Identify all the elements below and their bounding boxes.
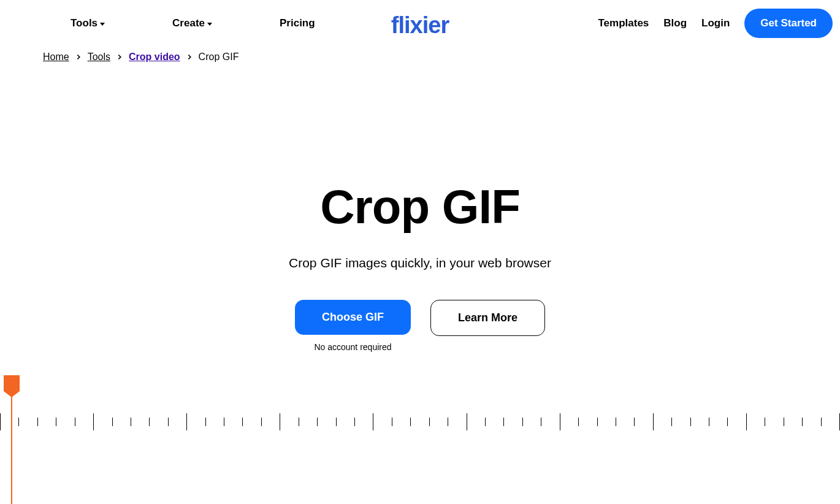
page-subtitle: Crop GIF images quickly, in your web bro… <box>0 256 840 270</box>
timeline-tick-minor <box>299 418 299 426</box>
learn-more-button[interactable]: Learn More <box>430 300 545 336</box>
timeline-tick-minor <box>597 418 598 426</box>
logo[interactable]: flixier <box>391 12 449 39</box>
timeline-tick-minor <box>149 418 150 426</box>
nav-left: Tools Create Pricing <box>71 17 315 29</box>
timeline-tick-minor <box>541 418 541 426</box>
timeline-tick-minor <box>727 418 728 426</box>
timeline-tick-minor <box>224 418 224 426</box>
timeline-tick-minor <box>410 418 411 426</box>
timeline-tick-minor <box>112 418 113 426</box>
no-account-text: No account required <box>314 342 391 352</box>
breadcrumb-crop-video[interactable]: Crop video <box>129 52 180 63</box>
timeline-tick-minor <box>429 418 430 426</box>
chevron-right-icon <box>185 53 194 61</box>
timeline-ruler[interactable] <box>0 413 840 432</box>
get-started-label: Get Started <box>760 17 817 29</box>
choose-gif-button[interactable]: Choose GIF <box>295 300 411 335</box>
nav-blog-label: Blog <box>663 17 687 29</box>
timeline-tick-minor <box>261 418 262 426</box>
timeline-tick-minor <box>18 418 19 426</box>
learn-more-label: Learn More <box>458 311 517 324</box>
get-started-button[interactable]: Get Started <box>744 9 833 38</box>
timeline-tick-minor <box>690 418 691 426</box>
timeline-tick-minor <box>336 418 337 426</box>
timeline-tick-minor <box>485 418 486 426</box>
timeline-tick-minor <box>242 418 243 426</box>
nav-blog[interactable]: Blog <box>663 17 687 29</box>
nav-templates-label: Templates <box>598 17 649 29</box>
nav-tools-label: Tools <box>71 17 97 29</box>
timeline-tick-minor <box>503 418 504 426</box>
timeline-tick-minor <box>522 418 523 426</box>
timeline-tick-minor <box>168 418 169 426</box>
playhead-marker-icon[interactable] <box>4 375 20 391</box>
nav-login-label: Login <box>701 17 730 29</box>
breadcrumb-home[interactable]: Home <box>43 52 69 63</box>
timeline-tick-minor <box>634 418 635 426</box>
timeline-tick-minor <box>765 418 765 426</box>
timeline-tick-minor <box>616 418 616 426</box>
nav-login[interactable]: Login <box>701 17 730 29</box>
chevron-right-icon <box>115 53 124 61</box>
caret-down-icon <box>100 23 105 26</box>
nav-pricing-label: Pricing <box>280 17 315 29</box>
timeline-tick-minor <box>75 418 75 426</box>
timeline-tick-minor <box>37 418 38 426</box>
timeline-tick-minor <box>784 418 784 426</box>
breadcrumb: Home Tools Crop video Crop GIF <box>0 47 840 63</box>
nav-tools[interactable]: Tools <box>71 17 105 29</box>
breadcrumb-current: Crop GIF <box>199 52 239 63</box>
timeline-tick-minor <box>802 418 803 426</box>
header: Tools Create Pricing flixier Templates B… <box>0 0 840 47</box>
timeline-tick-minor <box>205 418 206 426</box>
hero: Crop GIF Crop GIF images quickly, in you… <box>0 179 840 352</box>
playhead-line <box>11 391 12 504</box>
timeline-tick-minor <box>578 418 579 426</box>
timeline-tick-minor <box>671 418 672 426</box>
nav-create[interactable]: Create <box>172 17 212 29</box>
choose-gif-group: Choose GIF No account required <box>295 300 411 352</box>
timeline-tick-minor <box>317 418 318 426</box>
nav-pricing[interactable]: Pricing <box>280 17 315 29</box>
timeline-tick-minor <box>56 418 56 426</box>
nav-create-label: Create <box>172 17 205 29</box>
choose-gif-label: Choose GIF <box>322 311 384 323</box>
breadcrumb-tools[interactable]: Tools <box>88 52 110 63</box>
nav-right: Templates Blog Login Get Started <box>598 9 833 38</box>
caret-down-icon <box>207 23 212 26</box>
timeline-tick-minor <box>392 418 392 426</box>
page-title: Crop GIF <box>0 179 840 235</box>
timeline-tick-minor <box>821 418 822 426</box>
chevron-right-icon <box>74 53 83 61</box>
timeline-tick-minor <box>709 418 709 426</box>
hero-buttons: Choose GIF No account required Learn Mor… <box>0 300 840 352</box>
timeline-tick-minor <box>448 418 448 426</box>
timeline-tick-minor <box>354 418 355 426</box>
timeline-tick-minor <box>131 418 131 426</box>
logo-text: flixier <box>391 12 449 38</box>
timeline[interactable] <box>0 375 840 504</box>
nav-templates[interactable]: Templates <box>598 17 649 29</box>
